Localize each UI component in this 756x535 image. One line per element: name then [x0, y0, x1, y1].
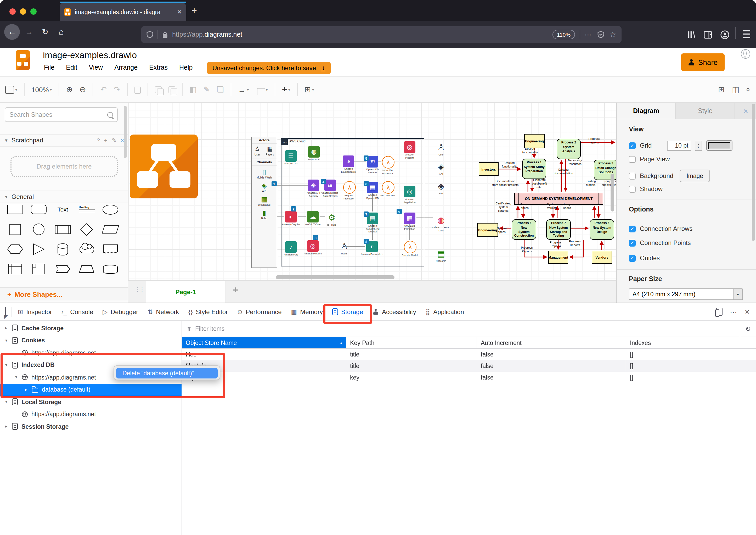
- table-row[interactable]: filesInfo title false []: [182, 360, 756, 372]
- aws-node[interactable]: ◎ Amazon Pinpoint: [404, 141, 422, 159]
- menu-item[interactable]: View: [89, 64, 103, 74]
- tab-style[interactable]: Style: [675, 102, 735, 119]
- table-row[interactable]: objects key false []: [182, 372, 756, 383]
- format-panel-toggle-icon[interactable]: ◫: [732, 85, 739, 94]
- disclosure-arrow-icon[interactable]: ▾: [4, 400, 8, 405]
- channel-item[interactable]: ▦Wearables: [252, 196, 277, 206]
- pick-element-button[interactable]: [0, 307, 12, 317]
- search-shapes-box[interactable]: Search Shapes: [5, 107, 118, 122]
- devtools-tab[interactable]: ▦ Memory: [286, 303, 328, 320]
- shape-internal-storage[interactable]: [3, 263, 27, 275]
- devtools-tab[interactable]: ▷ Debugger: [98, 303, 143, 320]
- zoom-out-button[interactable]: ⊖: [80, 85, 86, 94]
- disclosure-arrow-icon[interactable]: ▾: [4, 338, 8, 343]
- aws-node[interactable]: ☰ Amazon Lex: [285, 150, 304, 165]
- flow-process[interactable]: Process 5New System Design: [590, 219, 614, 240]
- menu-item[interactable]: File: [44, 64, 54, 74]
- canvas-vertical-scrollbar[interactable]: [610, 174, 614, 211]
- storage-tree-item[interactable]: ▸ Session Storage: [0, 420, 181, 433]
- aws-node[interactable]: ◍ Amazon S3: [308, 146, 326, 161]
- devtools-tab[interactable]: ›_ Console: [57, 303, 98, 320]
- menu-hamburger-icon[interactable]: [743, 30, 750, 38]
- bookmark-star-icon[interactable]: ☆: [609, 30, 616, 39]
- close-window-button[interactable]: [10, 8, 16, 14]
- format-panel-scrollbar[interactable]: [752, 104, 755, 241]
- tracking-shield-icon[interactable]: [147, 31, 153, 38]
- aws-node[interactable]: λ Execute Model: [404, 241, 422, 257]
- view-button[interactable]: ▾: [5, 86, 17, 94]
- sidebar-toggle-icon[interactable]: [704, 31, 712, 39]
- grid-size-input[interactable]: 10 pt: [667, 141, 691, 151]
- background-checkbox[interactable]: [629, 173, 636, 179]
- grid-checkbox[interactable]: ✓: [629, 142, 636, 149]
- storage-tree-item[interactable]: ▸ Cache Storage: [0, 322, 181, 334]
- diagram-canvas[interactable]: Actors ♙User▦Payers Channels ▯Mobile / W…: [128, 102, 616, 280]
- zoom-window-button[interactable]: [30, 8, 37, 14]
- account-icon[interactable]: [720, 30, 729, 39]
- aws-node[interactable]: ⚙ IoT Rule: [326, 211, 344, 226]
- devtools-options-icon[interactable]: ⋯: [730, 308, 737, 316]
- disclosure-arrow-icon[interactable]: ▸: [4, 424, 8, 429]
- devtools-tab[interactable]: ⊙ Performance: [232, 303, 286, 320]
- pages-menu-icon[interactable]: ⋮⋮: [134, 286, 144, 293]
- general-section-header[interactable]: ▼ General: [0, 190, 128, 203]
- close-icon[interactable]: ×: [121, 137, 124, 144]
- shape-trapezoid[interactable]: [75, 263, 99, 275]
- new-tab-button[interactable]: +: [192, 5, 197, 16]
- fill-color-button[interactable]: ◧: [189, 85, 197, 94]
- sidebar-scrollbar[interactable]: [124, 106, 127, 158]
- guides-checkbox[interactable]: ✓: [629, 255, 636, 262]
- aws-node[interactable]: ◎ Amazon SageMaker: [404, 186, 422, 204]
- zoom-dropdown[interactable]: 100%▾: [31, 86, 52, 94]
- shape-hexagon[interactable]: [3, 243, 27, 255]
- column-indexes[interactable]: Indexes: [626, 337, 756, 348]
- delete-button[interactable]: [134, 86, 141, 94]
- page-view-checkbox[interactable]: [629, 156, 636, 162]
- shape-cloud[interactable]: [75, 243, 99, 255]
- shape-tape[interactable]: [99, 263, 122, 275]
- page-actions-icon[interactable]: ⋯: [585, 31, 592, 39]
- flow-external-entity[interactable]: Vendors: [592, 251, 612, 264]
- flow-process[interactable]: Process 6New System Construction: [512, 219, 536, 240]
- shape-document[interactable]: [99, 243, 122, 255]
- aws-node[interactable]: ◈ API: [435, 161, 454, 176]
- aws-node[interactable]: λ Request Processor: [343, 181, 362, 200]
- collapse-expand-icon[interactable]: «: [744, 87, 753, 92]
- aws-node[interactable]: ◎ Amazon Pinpoint: [307, 240, 325, 255]
- flow-external-entity[interactable]: Engineering: [524, 134, 545, 148]
- scratchpad-dropzone[interactable]: Drag elements here: [11, 156, 118, 177]
- devtools-tab[interactable]: ⣿ Application: [421, 303, 469, 320]
- step-badge[interactable]: 6: [364, 181, 369, 186]
- shape-triangle[interactable]: [27, 243, 51, 255]
- devtools-tab[interactable]: {} Style Editor: [184, 303, 232, 320]
- aws-node[interactable]: λ ERL Function: [382, 181, 400, 197]
- shape-process[interactable]: [51, 223, 74, 236]
- column-key-path[interactable]: Key Path: [346, 337, 477, 348]
- shape-circle[interactable]: [27, 223, 51, 236]
- shape-text[interactable]: Text: [51, 203, 74, 216]
- step-badge[interactable]: 4: [321, 179, 326, 184]
- redo-button[interactable]: ↷: [114, 85, 120, 94]
- flow-external-entity[interactable]: Engineering: [477, 223, 498, 237]
- library-icon[interactable]: [688, 30, 696, 39]
- pocket-icon[interactable]: [597, 31, 604, 38]
- grid-color-button[interactable]: [706, 140, 732, 151]
- waypoint-style-dropdown[interactable]: ▾: [256, 85, 268, 95]
- background-image-button[interactable]: Image: [680, 170, 710, 182]
- more-shapes-button[interactable]: + More Shapes...: [0, 287, 128, 300]
- insert-dropdown[interactable]: +▾: [282, 84, 290, 95]
- shape-cylinder[interactable]: [51, 243, 74, 255]
- home-button[interactable]: ⌂: [59, 27, 64, 37]
- line-color-button[interactable]: ✎: [203, 85, 210, 94]
- step-badge[interactable]: 8: [364, 239, 369, 244]
- aws-node[interactable]: ◍ Related "Casual" Data: [435, 214, 454, 232]
- flow-external-entity[interactable]: Management: [548, 251, 568, 264]
- flow-external-entity[interactable]: Investors: [479, 162, 499, 176]
- aws-node[interactable]: ♙ Users: [338, 240, 357, 255]
- table-row[interactable]: files title false []: [182, 349, 756, 360]
- channel-item[interactable]: ▮Echo: [252, 210, 277, 220]
- reload-button[interactable]: ↻: [42, 27, 48, 37]
- zoom-level-badge[interactable]: 110%: [553, 30, 575, 39]
- canvas-horizontal-scrollbar[interactable]: [276, 275, 394, 279]
- shape-cube[interactable]: [27, 263, 51, 275]
